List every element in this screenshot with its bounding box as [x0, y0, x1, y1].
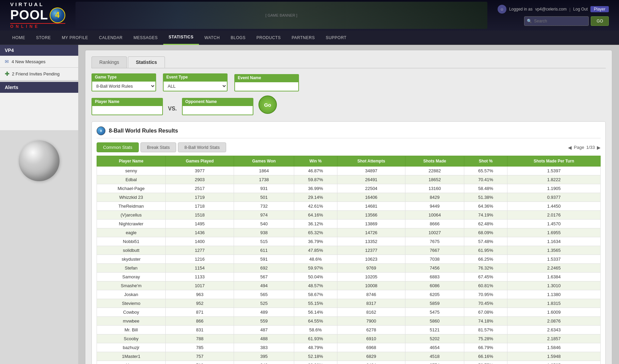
table-cell: 5121	[405, 326, 464, 334]
table-cell: Yarry	[97, 361, 166, 364]
table-cell: 8162	[337, 308, 405, 317]
logout-link[interactable]: Log Out	[573, 7, 588, 12]
table-cell: 0.9377	[507, 193, 601, 202]
table-cell: 240	[234, 361, 294, 364]
table-cell: 525	[234, 299, 294, 308]
table-row[interactable]: (V)arcellus151897464.16%135661006474.19%…	[97, 211, 601, 220]
results-section: 8 8-Ball World Rules Results Common Stat…	[91, 121, 606, 364]
stats-tab-common[interactable]: Common Stats	[97, 142, 139, 152]
table-cell: 57.48%	[464, 237, 507, 246]
col-win-pct: Win %	[294, 156, 337, 167]
table-cell: 3977	[166, 167, 234, 175]
nav-item-watch[interactable]: WATCH	[199, 31, 225, 45]
table-cell: 871	[166, 308, 234, 317]
opponent-name-input[interactable]	[182, 105, 253, 115]
table-cell: 1.1905	[507, 184, 601, 193]
search-input[interactable]	[524, 16, 589, 26]
header-hero: [ GAME BANNER ]	[76, 2, 487, 29]
table-cell: 64.55%	[294, 317, 337, 326]
table-row[interactable]: Yarry71924033.38%6424377458.75%1.2505	[97, 361, 601, 364]
table-cell: 48.57%	[294, 281, 337, 290]
table-row[interactable]: 1Master175739552.18%6829451866.16%1.5948	[97, 352, 601, 361]
table-cell: 2.0876	[507, 317, 601, 326]
table-row[interactable]: eagle143693865.32%147261002768.09%1.6955	[97, 228, 601, 237]
table-cell: 34897	[337, 167, 405, 175]
tab-statistics[interactable]: Statistics	[128, 56, 165, 68]
pagination: ◀ Page 1/33 ▶	[568, 145, 601, 150]
stats-tab-break[interactable]: Break Stats	[140, 142, 176, 152]
logo-text-block: VIRTUAL POOL 4 ONLINE	[10, 2, 65, 29]
nav-item-myprofile[interactable]: MY PROFILE	[56, 31, 94, 45]
table-cell: 2.2465	[507, 264, 601, 273]
search-go-button[interactable]: GO	[591, 16, 609, 26]
table-cell: 50.04%	[294, 273, 337, 281]
table-row[interactable]: Smashe'm101749448.57%10008608660.81%1.30…	[97, 281, 601, 290]
table-cell: 1.5337	[507, 255, 601, 264]
sidebar-friends-item[interactable]: ✚ 2 Friend Invites Pending	[0, 68, 78, 81]
event-name-input[interactable]	[234, 82, 299, 91]
table-cell: (V)arcellus	[97, 211, 166, 220]
nav-item-support[interactable]: SUPPORT	[320, 31, 352, 45]
table-cell: 59.97%	[294, 264, 337, 273]
table-row[interactable]: skyduster121659148.6%10623703866.25%1.53…	[97, 255, 601, 264]
table-cell: 70.41%	[464, 175, 507, 184]
table-row[interactable]: Edbal2903173859.87%264911865270.41%1.822…	[97, 175, 601, 184]
table-row[interactable]: Whizzkid 23171950129.14%16406842951.38%0…	[97, 193, 601, 202]
col-shots-made: Shots Made	[405, 156, 464, 167]
filter-go-button[interactable]: Go	[258, 96, 277, 114]
table-row[interactable]: Joskan96356558.67%8746620570.95%1.1380	[97, 290, 601, 299]
table-cell: 6086	[405, 281, 464, 290]
table-row[interactable]: solidbutt127761147.85%12377766761.95%1.3…	[97, 246, 601, 255]
next-page-arrow[interactable]: ▶	[597, 145, 601, 150]
table-cell: 1719	[166, 193, 234, 202]
table-cell: 70.45%	[464, 299, 507, 308]
table-cell: 1Master1	[97, 352, 166, 361]
nav-item-store[interactable]: STORE	[31, 31, 56, 45]
nav-item-products[interactable]: PRODUCTS	[251, 31, 286, 45]
table-row[interactable]: mvwbee86655964.55%7900586074.18%2.0876	[97, 317, 601, 326]
sidebar-messages-item[interactable]: ✉ 4 New Messages	[0, 56, 78, 68]
table-cell: 383	[234, 343, 294, 352]
table-row[interactable]: Nobbi51140051536.79%13352767557.48%1.163…	[97, 237, 601, 246]
table-row[interactable]: Cowboy87148956.14%8162547567.08%1.6009	[97, 308, 601, 317]
col-games-won: Games Won	[234, 156, 294, 167]
table-cell: Michael-Page	[97, 184, 166, 193]
nav-item-partners[interactable]: PARTNERS	[286, 31, 320, 45]
table-cell: 29.14%	[294, 193, 337, 202]
table-cell: 732	[234, 202, 294, 211]
table-row[interactable]: Mr. Bill83148758.6%6278512181.57%2.6343	[97, 326, 601, 334]
nav-item-messages[interactable]: MESSAGES	[128, 31, 163, 45]
table-row[interactable]: bazhuzjr78538348.79%6968465466.79%1.5846	[97, 343, 601, 352]
table-cell: 10623	[337, 255, 405, 264]
game-type-select[interactable]: 8-Ball World Rules 9-Ball Straight Pool …	[91, 81, 156, 91]
game-type-filter: Game Type 8-Ball World Rules 9-Ball Stra…	[91, 73, 156, 91]
table-cell: 2517	[166, 184, 234, 193]
table-cell: 58.48%	[464, 184, 507, 193]
table-row[interactable]: senny3977186446.87%348972288265.57%1.539…	[97, 167, 601, 175]
table-cell: 6829	[337, 352, 405, 361]
nav-item-blogs[interactable]: BLOGS	[225, 31, 251, 45]
table-cell: 5860	[405, 317, 464, 326]
table-row[interactable]: Nightcrawler149554036.12%13869866662.48%…	[97, 220, 601, 228]
stats-tab-8ball[interactable]: 8-Ball World Stats	[178, 142, 226, 152]
event-type-select[interactable]: ALL Tournament Ladder Challenge	[163, 81, 228, 91]
table-cell: 494	[234, 281, 294, 290]
table-cell: 1718	[166, 202, 234, 211]
table-cell: TheReidman	[97, 202, 166, 211]
table-row[interactable]: Steviemo95252555.15%8317585970.45%1.8315	[97, 299, 601, 308]
player-name-input[interactable]	[91, 105, 163, 115]
table-cell: 1738	[234, 175, 294, 184]
nav-item-statistics[interactable]: STATISTICS	[163, 31, 199, 45]
nav-item-home[interactable]: HOME	[7, 31, 31, 45]
nav-item-calendar[interactable]: CALENDAR	[94, 31, 128, 45]
table-cell: 1.3565	[507, 246, 601, 255]
table-row[interactable]: TheReidman171873242.61%14681944964.36%1.…	[97, 202, 601, 211]
table-row[interactable]: Stefan115469259.97%9769745676.32%2.2465	[97, 264, 601, 273]
table-row[interactable]: Scooby78848861.93%6910520275.28%2.1857	[97, 334, 601, 343]
prev-page-arrow[interactable]: ◀	[568, 145, 572, 150]
tab-rankings[interactable]: Rankings	[91, 56, 127, 68]
table-row[interactable]: Michael-Page251793136.99%225041316058.48…	[97, 184, 601, 193]
content-area: Rankings Statistics Game Type 8-Ball Wor…	[78, 45, 619, 364]
table-cell: 515	[234, 237, 294, 246]
table-row[interactable]: Samoray113356750.04%10205688367.45%1.638…	[97, 273, 601, 281]
